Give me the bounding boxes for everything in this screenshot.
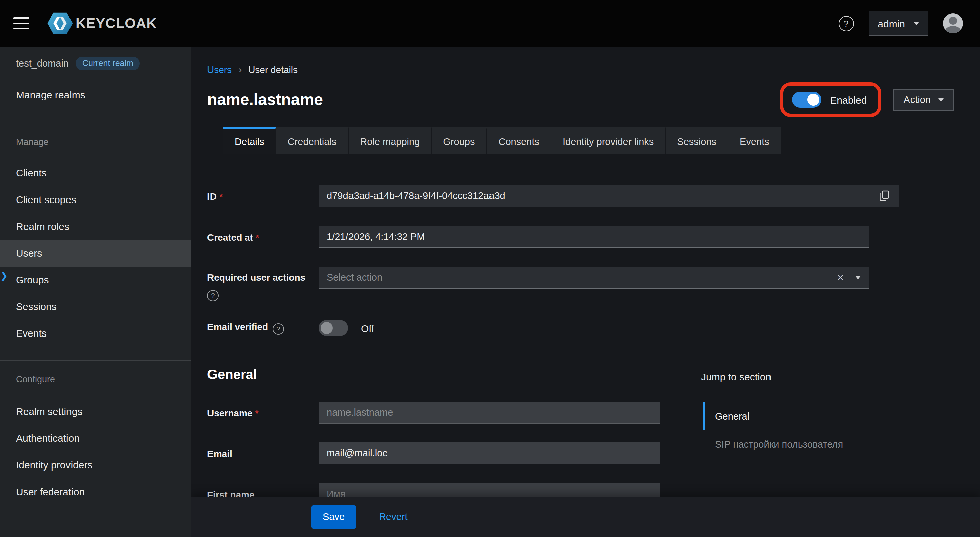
tab-credentials[interactable]: Credentials [276, 127, 349, 155]
main-content: Users › User details name.lastname Enabl… [191, 47, 980, 537]
sidebar-item-manage-realms[interactable]: Manage realms [0, 81, 191, 108]
created-at-input[interactable] [319, 226, 869, 248]
email-verified-label: Email verified? [207, 322, 319, 335]
sidebar-item-events[interactable]: Events [0, 320, 191, 347]
avatar[interactable] [943, 13, 963, 33]
sidebar-item-sessions[interactable]: Sessions [0, 293, 191, 320]
tab-identity-provider-links[interactable]: Identity provider links [551, 127, 666, 155]
copy-button[interactable] [869, 185, 899, 207]
help-icon[interactable]: ? [838, 16, 854, 31]
general-heading: General [207, 366, 676, 384]
sidebar-item-realm-settings[interactable]: Realm settings [0, 398, 191, 425]
brand-title: KEYCLOAK [75, 15, 157, 32]
required-user-actions-label: Required user actions ? [207, 267, 319, 301]
question-circle-icon[interactable]: ? [207, 290, 218, 301]
page-title: name.lastname [207, 90, 323, 109]
tab-bar: Details Credentials Role mapping Groups … [223, 127, 980, 155]
page-header: name.lastname Enabled Action [207, 81, 953, 118]
sidebar: test_domain Current realm Manage realms … [0, 47, 191, 537]
jump-to-section-title: Jump to section [701, 371, 854, 382]
enabled-toggle-group: Enabled [780, 82, 881, 117]
created-at-row: Created at* [207, 226, 980, 248]
username-row: Username* [207, 402, 676, 424]
user-details-form: ID* Created at* [207, 155, 980, 524]
tab-consents[interactable]: Consents [487, 127, 551, 155]
form-action-bar: Save Revert [191, 496, 980, 537]
sidebar-item-realm-roles[interactable]: Realm roles [0, 213, 191, 240]
sidebar-section-manage: Manage [0, 135, 191, 149]
user-menu-dropdown[interactable]: admin [869, 11, 928, 36]
sidebar-item-clients[interactable]: Clients [0, 160, 191, 186]
user-menu-label: admin [878, 18, 905, 29]
copy-icon [879, 190, 889, 201]
sidebar-item-user-federation[interactable]: User federation [0, 478, 191, 505]
tab-groups[interactable]: Groups [432, 127, 487, 155]
realm-name: test_domain [16, 58, 69, 69]
jump-link-sip-settings[interactable]: SIP настройки пользователя [704, 430, 854, 459]
required-marker: * [219, 191, 223, 201]
avatar-head-icon [948, 17, 957, 25]
breadcrumb-current: User details [248, 64, 298, 75]
avatar-body-icon [945, 26, 961, 33]
brand[interactable]: KEYCLOAK [47, 12, 157, 35]
tab-sessions[interactable]: Sessions [666, 127, 729, 155]
question-circle-icon[interactable]: ? [273, 323, 284, 335]
id-row: ID* [207, 185, 980, 207]
chevron-down-icon [938, 98, 943, 101]
toggle-knob [321, 322, 333, 334]
required-marker: * [256, 232, 259, 242]
jump-link-general[interactable]: General [704, 402, 854, 430]
email-input[interactable] [319, 443, 660, 464]
revert-button[interactable]: Revert [379, 511, 407, 522]
sidebar-divider [0, 360, 191, 361]
sidebar-nav: Manage realms Manage Clients Client scop… [0, 81, 191, 505]
email-row: Email [207, 443, 676, 464]
current-realm-badge: Current realm [75, 56, 140, 70]
breadcrumb-users-link[interactable]: Users [207, 64, 232, 75]
email-verified-row: Email verified? Off [207, 320, 980, 336]
enabled-label: Enabled [830, 94, 867, 105]
created-at-label: Created at* [207, 231, 319, 242]
sidebar-section-configure: Configure [0, 373, 191, 386]
enabled-toggle[interactable] [792, 92, 821, 108]
sidebar-item-users[interactable]: Users [0, 240, 191, 267]
tab-role-mapping[interactable]: Role mapping [348, 127, 432, 155]
required-user-actions-select[interactable]: Select action ✕ [319, 267, 869, 289]
username-label: Username* [207, 407, 319, 418]
email-verified-toggle[interactable] [319, 320, 348, 336]
keycloak-logo-icon [47, 12, 73, 35]
action-dropdown-button[interactable]: Action [894, 89, 953, 111]
id-input[interactable] [319, 185, 869, 207]
keycloak-admin-console: KEYCLOAK ? admin test_domain Current rea… [0, 0, 980, 537]
required-marker: * [255, 408, 258, 418]
toggle-knob [807, 94, 819, 105]
email-verified-state: Off [361, 322, 374, 334]
sidebar-item-identity-providers[interactable]: Identity providers [0, 452, 191, 478]
chevron-down-icon [913, 22, 918, 25]
tab-details[interactable]: Details [223, 127, 276, 155]
id-label: ID* [207, 191, 319, 201]
sidebar-expand-icon[interactable]: ❯ [0, 269, 8, 282]
required-user-actions-row: Required user actions ? Select action ✕ [207, 267, 980, 301]
global-nav-toggle-icon[interactable] [13, 18, 29, 29]
chevron-right-icon: › [238, 64, 242, 75]
clear-selection-icon[interactable]: ✕ [837, 272, 844, 282]
username-input[interactable] [319, 402, 660, 424]
select-placeholder: Select action [327, 272, 382, 283]
save-button[interactable]: Save [312, 505, 356, 528]
jump-links: General SIP настройки пользователя [704, 402, 854, 459]
top-bar: KEYCLOAK ? admin [0, 0, 980, 47]
sidebar-item-groups[interactable]: Groups [0, 267, 191, 293]
sidebar-item-client-scopes[interactable]: Client scopes [0, 186, 191, 213]
chevron-down-icon[interactable] [855, 276, 861, 279]
sidebar-item-authentication[interactable]: Authentication [0, 425, 191, 452]
breadcrumb: Users › User details [207, 47, 980, 75]
email-label: Email [207, 448, 319, 459]
tab-events[interactable]: Events [729, 127, 781, 155]
realm-selector[interactable]: test_domain Current realm [0, 47, 191, 80]
action-label: Action [904, 94, 931, 105]
